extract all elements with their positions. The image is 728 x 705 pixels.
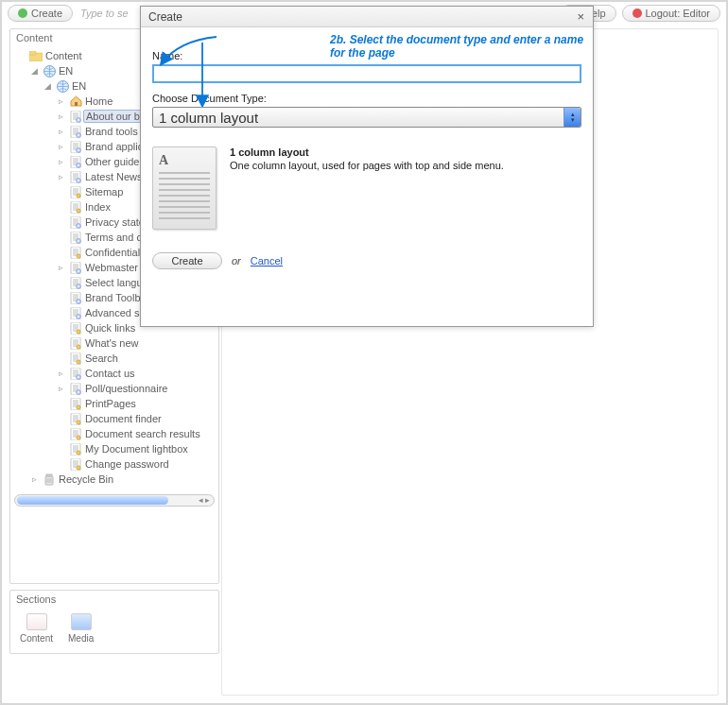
tree-item[interactable]: My Document lightbox [12,441,217,456]
tree-label: Brand tools [85,126,138,137]
tree-item[interactable]: Change password [12,456,217,472]
doc-icon [69,262,82,274]
tree-item[interactable]: ▹Poll/questionnaire [12,381,217,396]
tree-label: What's new [85,337,139,349]
doc-icon [69,111,82,123]
svg-rect-1 [29,51,36,55]
doc-icon [69,368,82,380]
expand-icon[interactable]: ▹ [56,384,66,393]
logout-button[interactable]: Logout: Editor [622,5,721,22]
panel-title-sections: Sections [10,591,218,608]
choose-label: Choose Document Type: [152,93,581,104]
tree-label: Change password [85,458,169,470]
svg-point-38 [77,360,80,364]
expand-icon[interactable]: ▹ [29,474,40,484]
tree-item[interactable]: Document search results [12,426,217,441]
tree-label: Other guidel [85,156,142,167]
sections-panel: Sections Content Media [9,590,219,654]
expand-icon[interactable]: ▹ [56,127,66,136]
doc2-icon [69,186,82,198]
doc2-icon [69,201,82,214]
tree-label: Index [85,201,111,213]
tree-label: Advanced se [85,307,146,318]
expand-icon[interactable]: ▹ [56,263,66,272]
home-icon [69,95,82,108]
tree-label: Search [85,352,118,364]
doctype-preview: A 1 column layout One column layout, use… [152,146,581,230]
doc2-icon [69,337,82,350]
tree-label: Content [45,50,82,61]
svg-point-24 [77,254,80,258]
expand-icon[interactable]: ◢ [43,81,53,91]
doctype-select[interactable]: 1 column layout [152,107,581,128]
tree-item[interactable]: What's new [12,335,217,351]
doc-icon [69,126,82,138]
tree-label: Terms and co [85,232,147,243]
svg-point-44 [77,405,80,409]
svg-point-10 [77,147,81,152]
create-button[interactable]: Create [152,252,222,269]
doc-icon [69,171,82,183]
doctype-value: 1 column layout [153,110,563,126]
tree-label: Document search results [85,428,200,439]
svg-point-32 [77,314,81,318]
close-icon[interactable]: × [574,9,587,24]
expand-icon[interactable]: ▹ [56,112,66,121]
tree-label: About our br [83,110,147,123]
doc2-icon [69,458,82,471]
doc2-icon [69,443,82,456]
svg-point-18 [77,209,80,213]
tree-label: Recycle Bin [59,473,113,485]
dialog-title: Create [148,10,182,24]
svg-point-52 [77,466,80,470]
tree-item[interactable]: Document finder [12,411,217,426]
folder-icon [29,50,43,62]
instruction-callout: 2b. Select the document type and enter a… [330,33,593,60]
expand-icon[interactable]: ▹ [56,96,66,106]
tree-item[interactable]: PrintPages [12,396,217,411]
tree-item[interactable]: ▹Recycle Bin [12,472,217,487]
scroll-left-icon[interactable]: ◂ [199,495,203,505]
media-section-icon [71,613,92,630]
svg-point-30 [77,299,81,303]
globe-icon [43,65,56,77]
page-thumbnail-icon: A [152,146,217,230]
scroll-right-icon[interactable]: ▸ [205,495,210,505]
horizontal-scrollbar[interactable]: ◂▸ [14,494,215,507]
expand-icon[interactable]: ▹ [56,369,66,378]
section-content[interactable]: Content [20,613,53,644]
preview-title: 1 column layout [230,146,504,158]
svg-point-50 [77,451,80,455]
cancel-link[interactable]: Cancel [251,255,283,267]
svg-rect-4 [75,102,78,106]
globe-icon [56,80,69,93]
tree-label: EN [72,80,86,92]
expand-icon[interactable]: ▹ [56,142,66,151]
expand-icon[interactable]: ▹ [56,172,66,181]
expand-icon[interactable]: ▹ [56,157,66,166]
tree-label: My Document lightbox [85,443,188,455]
tree-label: PrintPages [85,398,136,409]
doc2-icon [69,352,82,365]
expand-icon[interactable]: ◢ [29,66,40,76]
svg-rect-54 [46,474,52,476]
doc-icon [69,232,82,244]
doc-icon [69,277,82,289]
create-pill[interactable]: Create [8,5,73,22]
tree-label: EN [59,65,73,77]
doc2-icon [69,322,82,335]
tree-label: Sitemap [85,186,123,198]
svg-point-16 [77,194,80,198]
tree-item[interactable]: Search [12,351,217,366]
doc-icon [69,156,82,168]
svg-point-26 [77,268,81,273]
name-input[interactable] [152,64,581,83]
tree-item[interactable]: ▹Contact us [12,366,217,381]
select-stepper-icon[interactable] [563,108,581,127]
section-media[interactable]: Media [68,613,94,644]
create-dialog: Create × 2b. Select the document type an… [140,6,594,327]
svg-point-12 [77,163,81,167]
tree-label: Contact us [85,368,135,379]
svg-point-46 [77,421,80,424]
svg-point-14 [77,178,81,182]
